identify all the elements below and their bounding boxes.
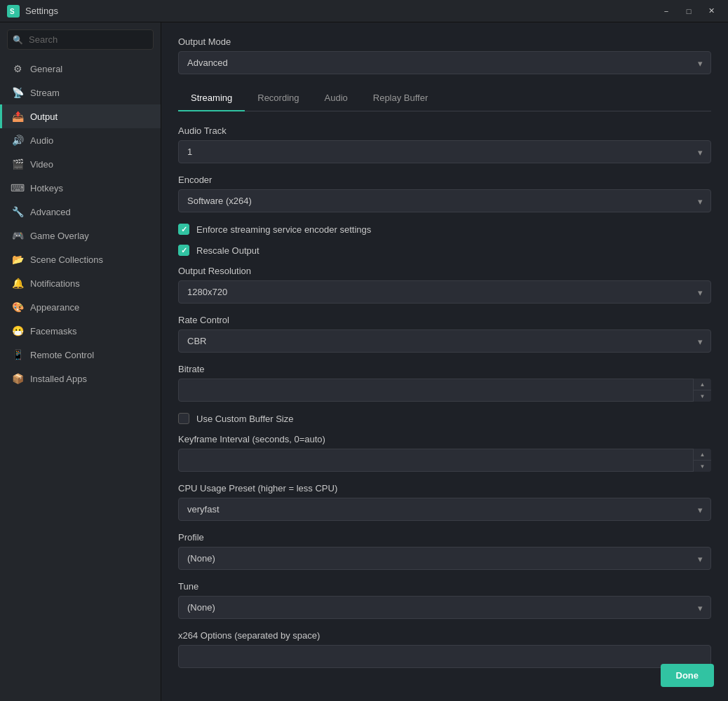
sidebar-label-scene-collections: Scene Collections bbox=[30, 254, 103, 265]
game-overlay-icon: 🎮 bbox=[12, 230, 23, 241]
encoder-select-wrap: Software (x264) bbox=[178, 189, 711, 212]
tune-select-wrap: (None) bbox=[178, 596, 711, 619]
titlebar: S Settings − □ ✕ bbox=[0, 0, 728, 22]
maximize-button[interactable]: □ bbox=[679, 4, 699, 18]
keyframe-arrows: ▲ ▼ bbox=[693, 449, 711, 472]
output-resolution-select[interactable]: 1280x720 bbox=[178, 280, 711, 304]
keyframe-up-arrow[interactable]: ▲ bbox=[694, 449, 711, 461]
window-title: Settings bbox=[25, 6, 651, 16]
sidebar-label-general: General bbox=[30, 64, 62, 74]
tune-select[interactable]: (None) bbox=[178, 596, 711, 619]
bitrate-down-arrow[interactable]: ▼ bbox=[694, 390, 711, 402]
cpu-preset-select-wrap: veryfast bbox=[178, 498, 711, 521]
profile-select[interactable]: (None) bbox=[178, 547, 711, 570]
facemasks-icon: 😷 bbox=[12, 325, 23, 336]
search-container: 🔍 bbox=[7, 29, 154, 50]
rescale-checkbox-row: Rescale Output bbox=[178, 245, 711, 256]
sidebar-item-appearance[interactable]: 🎨 Appearance bbox=[0, 295, 161, 319]
output-resolution-label: Output Resolution bbox=[178, 266, 711, 276]
sidebar-label-advanced: Advanced bbox=[30, 207, 71, 217]
search-icon: 🔍 bbox=[13, 35, 23, 45]
minimize-button[interactable]: − bbox=[656, 4, 676, 18]
audio-track-select[interactable]: 1 bbox=[178, 140, 711, 163]
sidebar: 🔍 ⚙ General 📡 Stream 📤 Output 🔊 Audio 🎬 … bbox=[0, 22, 161, 701]
tab-streaming[interactable]: Streaming bbox=[178, 86, 245, 111]
tab-replay-buffer[interactable]: Replay Buffer bbox=[360, 86, 441, 111]
bitrate-up-arrow[interactable]: ▲ bbox=[694, 379, 711, 390]
rescale-checkbox-label: Rescale Output bbox=[196, 245, 259, 256]
sidebar-label-output: Output bbox=[30, 111, 58, 122]
sidebar-item-scene-collections[interactable]: 📂 Scene Collections bbox=[0, 247, 161, 271]
cpu-preset-field: CPU Usage Preset (higher = less CPU) ver… bbox=[178, 483, 711, 521]
notifications-icon: 🔔 bbox=[12, 278, 23, 289]
profile-field: Profile (None) bbox=[178, 532, 711, 570]
sidebar-label-facemasks: Facemasks bbox=[30, 326, 76, 336]
sidebar-label-video: Video bbox=[30, 159, 53, 170]
output-resolution-select-wrap: 1280x720 bbox=[178, 280, 711, 304]
sidebar-label-appearance: Appearance bbox=[30, 302, 79, 313]
enforce-checkbox[interactable] bbox=[178, 224, 189, 235]
encoder-field: Encoder Software (x264) bbox=[178, 175, 711, 212]
audio-icon: 🔊 bbox=[12, 135, 23, 146]
encoder-select[interactable]: Software (x264) bbox=[178, 189, 711, 212]
bitrate-label: Bitrate bbox=[178, 364, 711, 374]
output-mode-select[interactable]: Advanced bbox=[178, 51, 711, 74]
keyframe-input[interactable]: 2 bbox=[178, 449, 711, 472]
sidebar-item-notifications[interactable]: 🔔 Notifications bbox=[0, 271, 161, 295]
appearance-icon: 🎨 bbox=[12, 301, 23, 313]
search-input[interactable] bbox=[7, 29, 154, 50]
keyframe-down-arrow[interactable]: ▼ bbox=[694, 461, 711, 472]
sidebar-item-output[interactable]: 📤 Output bbox=[0, 104, 161, 128]
enforce-checkbox-label: Enforce streaming service encoder settin… bbox=[196, 224, 371, 235]
rate-control-label: Rate Control bbox=[178, 315, 711, 325]
keyframe-label: Keyframe Interval (seconds, 0=auto) bbox=[178, 434, 711, 444]
remote-control-icon: 📱 bbox=[12, 349, 23, 360]
bitrate-input[interactable]: 4000 bbox=[178, 379, 711, 402]
hotkeys-icon: ⌨ bbox=[12, 182, 23, 193]
cpu-preset-label: CPU Usage Preset (higher = less CPU) bbox=[178, 483, 711, 494]
stream-icon: 📡 bbox=[12, 87, 23, 98]
rescale-checkbox[interactable] bbox=[178, 245, 189, 256]
sidebar-item-remote-control[interactable]: 📱 Remote Control bbox=[0, 343, 161, 367]
sidebar-label-installed-apps: Installed Apps bbox=[30, 374, 87, 384]
sidebar-label-stream: Stream bbox=[30, 88, 60, 98]
sidebar-item-stream[interactable]: 📡 Stream bbox=[0, 81, 161, 104]
output-mode-select-wrap: Advanced bbox=[178, 51, 711, 74]
sidebar-item-game-overlay[interactable]: 🎮 Game Overlay bbox=[0, 224, 161, 247]
output-icon: 📤 bbox=[12, 111, 23, 122]
sidebar-item-video[interactable]: 🎬 Video bbox=[0, 152, 161, 176]
enforce-checkbox-row: Enforce streaming service encoder settin… bbox=[178, 224, 711, 235]
custom-buffer-checkbox[interactable] bbox=[178, 413, 189, 424]
profile-label: Profile bbox=[178, 532, 711, 543]
sidebar-label-audio: Audio bbox=[30, 135, 53, 146]
app-body: 🔍 ⚙ General 📡 Stream 📤 Output 🔊 Audio 🎬 … bbox=[0, 22, 728, 701]
rate-control-select[interactable]: CBR bbox=[178, 329, 711, 353]
sidebar-item-advanced[interactable]: 🔧 Advanced bbox=[0, 200, 161, 224]
keyframe-field: Keyframe Interval (seconds, 0=auto) 2 ▲ … bbox=[178, 434, 711, 472]
done-button[interactable]: Done bbox=[661, 664, 715, 687]
sidebar-label-notifications: Notifications bbox=[30, 278, 80, 289]
x264-options-input[interactable] bbox=[178, 645, 711, 668]
sidebar-item-installed-apps[interactable]: 📦 Installed Apps bbox=[0, 367, 161, 390]
x264-options-field: x264 Options (separated by space) bbox=[178, 630, 711, 668]
sidebar-item-hotkeys[interactable]: ⌨ Hotkeys bbox=[0, 176, 161, 200]
advanced-icon: 🔧 bbox=[12, 206, 23, 217]
tab-audio[interactable]: Audio bbox=[312, 86, 360, 111]
cpu-preset-select[interactable]: veryfast bbox=[178, 498, 711, 521]
tune-label: Tune bbox=[178, 581, 711, 592]
audio-track-select-wrap: 1 bbox=[178, 140, 711, 163]
sidebar-item-audio[interactable]: 🔊 Audio bbox=[0, 128, 161, 152]
custom-buffer-label: Use Custom Buffer Size bbox=[196, 414, 293, 424]
sidebar-item-facemasks[interactable]: 😷 Facemasks bbox=[0, 319, 161, 343]
output-mode-label: Output Mode bbox=[178, 36, 711, 47]
main-content: Output Mode Advanced StreamingRecordingA… bbox=[161, 22, 728, 701]
scene-collections-icon: 📂 bbox=[12, 254, 23, 265]
custom-buffer-row: Use Custom Buffer Size bbox=[178, 413, 711, 424]
close-button[interactable]: ✕ bbox=[701, 4, 721, 18]
bitrate-field: Bitrate 4000 ▲ ▼ bbox=[178, 364, 711, 402]
keyframe-spinbox-wrap: 2 ▲ ▼ bbox=[178, 449, 711, 472]
sidebar-item-general[interactable]: ⚙ General bbox=[0, 57, 161, 81]
tab-recording[interactable]: Recording bbox=[245, 86, 311, 111]
x264-options-label: x264 Options (separated by space) bbox=[178, 630, 711, 641]
window-controls: − □ ✕ bbox=[656, 4, 721, 18]
